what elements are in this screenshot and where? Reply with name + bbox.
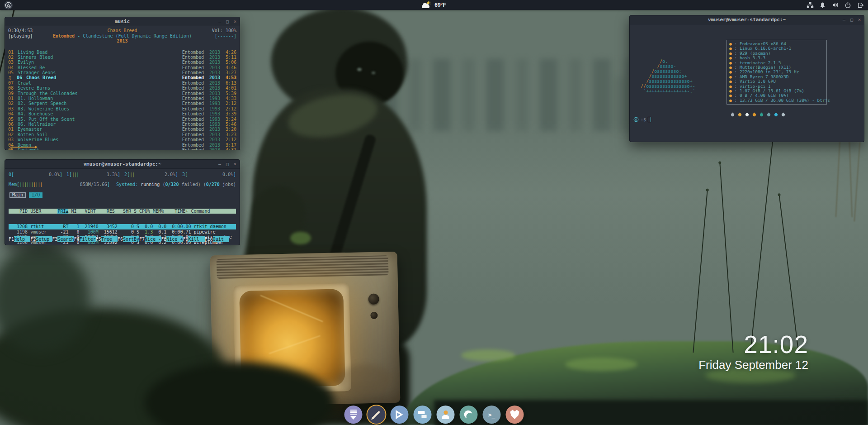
cpu-meter: 1[|||1.3%] — [66, 172, 120, 177]
system-info-line: ● : 13.73 GiB / 36.00 GiB (38%) - btrfs — [729, 98, 826, 103]
track-row[interactable]: 0505. Put Off the ScentEntombed19933:24 — [8, 117, 236, 122]
terminal-cursor[interactable] — [648, 117, 651, 122]
dock-file-manager-icon[interactable] — [414, 406, 432, 424]
track-row[interactable]: 04DemonEntombed20133:17 — [8, 143, 236, 148]
logout-icon[interactable] — [857, 1, 864, 9]
track-row[interactable]: 08Severe BurnsEntombed20134:01 — [8, 86, 236, 91]
fastfetch-terminal-window: vmuser@vmuser-standardpc:~ – □ × /o. /ss… — [629, 15, 864, 142]
prompt-logo-icon — [633, 117, 639, 122]
software-icon — [350, 410, 357, 420]
fkey-label-filter[interactable]: Filter — [80, 236, 96, 242]
process-row[interactable]: 1208 rtkit RT 1 21940 3452 0 S 0.0 0.0 0… — [9, 224, 236, 229]
track-row[interactable]: 01EyemasterEntombed20133:20 — [8, 127, 236, 132]
htop-tab-main[interactable]: Main — [9, 192, 26, 198]
terminal-color-palette — [731, 113, 785, 116]
track-row[interactable]: 04Blessed BeEntombed20134:46 — [8, 65, 236, 70]
fetch-window-titlebar[interactable]: vmuser@vmuser-standardpc:~ – □ × — [630, 15, 864, 24]
fkey-label-sortby[interactable]: SortBy — [123, 236, 139, 242]
track-row[interactable]: ♫06Chaos BreedEntombed20134:53 — [8, 75, 236, 80]
fkey-f8[interactable]: F8 — [161, 236, 166, 242]
minimize-button[interactable]: – — [218, 19, 221, 24]
power-icon[interactable] — [844, 1, 852, 9]
track-row[interactable]: 03EvilynEntombed20135:06 — [8, 60, 236, 65]
close-button[interactable]: × — [234, 162, 236, 167]
fkey-f1[interactable]: F1 — [9, 236, 14, 242]
fkey-f6[interactable]: F6 — [118, 236, 123, 242]
track-row[interactable]: 09Through the CollonadesEntombed20135:39 — [8, 91, 236, 96]
fkey-f2[interactable]: F2 — [30, 236, 36, 242]
palette-drop — [767, 113, 771, 117]
fkey-label-nice[interactable]: Nice - — [145, 236, 161, 242]
track-row[interactable]: 03Wolverine BluesEntombed20132:12 — [8, 137, 236, 142]
system-tray — [806, 0, 864, 10]
track-row[interactable]: 07CrawlEntombed20136:13 — [8, 81, 236, 86]
fkey-label-kill[interactable]: Kill — [188, 236, 204, 242]
fkey-f4[interactable]: F4 — [74, 236, 80, 242]
notifications-icon[interactable] — [819, 1, 826, 9]
weather-temperature: 69°F — [434, 2, 446, 8]
track-row[interactable]: 0606. HellraiserEntombed19935:46 — [8, 122, 236, 127]
text-editor-icon — [373, 411, 380, 419]
maximize-button[interactable]: □ — [226, 162, 229, 167]
dock-software-icon[interactable] — [344, 406, 363, 424]
minimize-button[interactable]: – — [843, 17, 845, 22]
htop-window-titlebar[interactable]: vmuser@vmuser-standardpc:~ – □ × — [5, 160, 240, 169]
dock-browser-icon[interactable] — [460, 406, 478, 424]
track-row[interactable]: 02Rotten SoilEntombed20133:23 — [8, 132, 236, 137]
network-icon[interactable] — [806, 1, 814, 9]
mem-label: Mem — [9, 182, 17, 187]
fkey-label-nice[interactable]: Nice + — [166, 236, 183, 242]
fkey-label-tree[interactable]: Tree — [101, 236, 118, 242]
media-icon — [396, 410, 403, 419]
file-manager-icon — [418, 411, 427, 418]
song-progress-bar[interactable] — [10, 147, 36, 148]
track-row[interactable]: 05Stranger AeonsEntombed20133:27 — [8, 70, 236, 75]
maximize-button[interactable]: □ — [226, 19, 229, 24]
close-button[interactable]: × — [234, 19, 236, 24]
cpu-meter: 2[||2.0%] — [124, 172, 178, 177]
dock-media-icon[interactable] — [391, 406, 409, 424]
process-row[interactable]: 1198 vmuser -21 0 100M 15612 0 S 1.3 0.1… — [9, 229, 236, 235]
browser-icon — [463, 409, 474, 420]
endeavouros-ascii-logo: /o. /sssso- /ossssssso: /ssssssssssso+ /… — [635, 59, 695, 94]
maximize-button[interactable]: □ — [850, 17, 853, 22]
clock-date: Friday September 12 — [698, 358, 808, 372]
dock-fox-browser-icon[interactable] — [506, 406, 524, 424]
weather-applet[interactable]: 69°F — [0, 1, 868, 9]
fkey-f5[interactable]: F5 — [96, 236, 101, 242]
dock-text-editor-icon[interactable] — [368, 406, 386, 424]
account-icon — [442, 411, 449, 419]
cloud-moon-icon — [422, 1, 432, 9]
dock-account-icon[interactable] — [437, 406, 455, 424]
dock-terminal-icon[interactable]: >_ — [483, 406, 501, 424]
dock: >_ — [344, 406, 524, 424]
music-window-title: music — [115, 19, 130, 24]
volume-icon[interactable] — [831, 1, 839, 9]
fkey-f7[interactable]: F7 — [139, 236, 145, 242]
fkey-label-search[interactable]: Search — [57, 236, 74, 242]
fkey-f3[interactable]: F3 — [52, 236, 57, 242]
track-row[interactable]: 02Sinners BleedEntombed20135:11 — [8, 55, 236, 60]
desktop-clock-widget: 21:02 Friday September 12 — [698, 332, 808, 372]
htop-terminal-window: vmuser@vmuser-standardpc:~ – □ × 0[0.0%]… — [5, 159, 240, 245]
fox-browser-icon — [509, 410, 520, 420]
htop-tab-io[interactable]: I/O — [29, 192, 42, 198]
close-button[interactable]: × — [858, 17, 861, 22]
track-row[interactable]: 01Living DeadEntombed20134:26 — [8, 50, 236, 55]
fkey-label-quit[interactable]: Quit — [213, 236, 229, 242]
fkey-f10[interactable]: F10 — [205, 236, 213, 242]
process-row[interactable]: 1175 vmuser 9 -11 100M 15612 9908 S 0.0 … — [9, 245, 236, 245]
music-window-titlebar[interactable]: music – □ × — [5, 17, 240, 26]
track-row[interactable]: 0404. BonehouseEntombed19933:39 — [8, 111, 236, 116]
track-row[interactable]: 0303. Wolverine BluesEntombed19932:12 — [8, 106, 236, 111]
process-table-header[interactable]: PID USER PRI▲ NI VIRT RES SHR S CPU% MEM… — [9, 209, 236, 214]
track-row[interactable]: 0101. HollowmanEntombed19934:33 — [8, 96, 236, 101]
minimize-button[interactable]: – — [218, 162, 221, 167]
palette-drop — [781, 113, 786, 117]
track-row[interactable]: 0202. Serpent SpeechEntombed19932:12 — [8, 101, 236, 106]
fkey-label-help[interactable]: Help — [14, 236, 30, 242]
fkey-label-setup[interactable]: Setup — [36, 236, 52, 242]
palette-drop — [760, 113, 764, 117]
track-row[interactable]: 05ContemptEntombed20134:31 — [8, 148, 236, 150]
fkey-f9[interactable]: F9 — [183, 236, 188, 242]
